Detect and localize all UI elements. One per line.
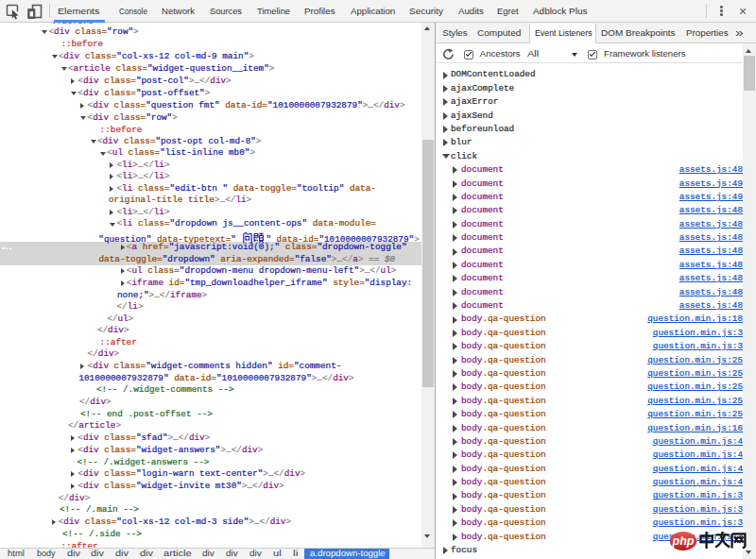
svg-text:php: php [672,534,695,548]
